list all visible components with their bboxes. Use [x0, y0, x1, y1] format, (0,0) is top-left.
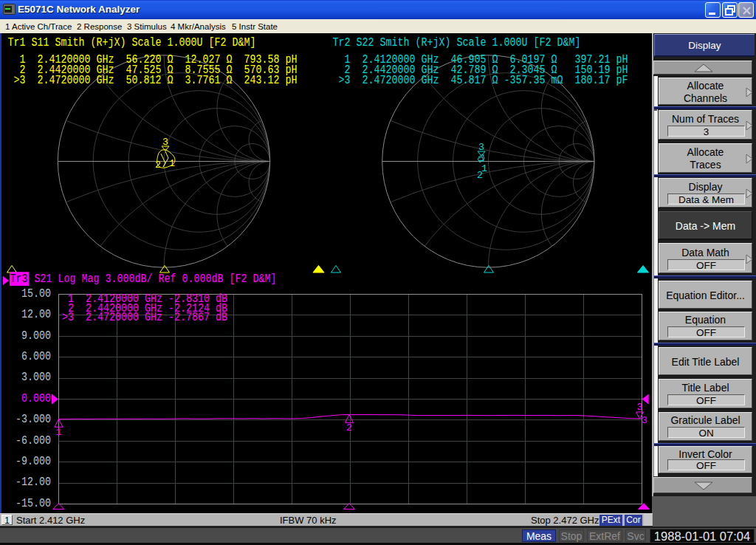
svg-text:1: 1: [56, 427, 62, 438]
svg-text:3: 3: [637, 402, 643, 413]
svg-text:2: 2: [477, 170, 483, 181]
svg-text:3: 3: [642, 415, 647, 426]
svg-text:1: 1: [169, 158, 175, 169]
svg-text:2: 2: [155, 160, 161, 171]
svg-text:2: 2: [346, 422, 352, 433]
